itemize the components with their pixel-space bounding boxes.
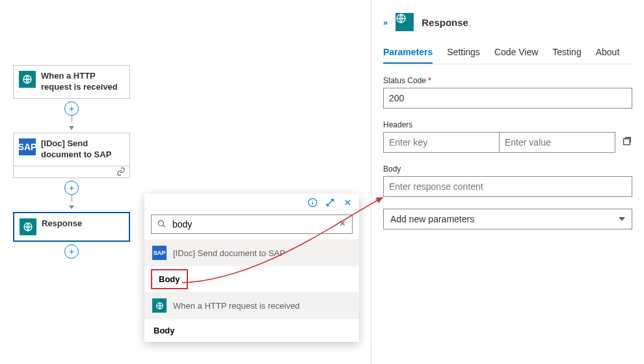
search-input[interactable]	[171, 218, 333, 230]
http-icon	[152, 298, 167, 313]
group-title: [IDoc] Send document to SAP	[173, 248, 286, 258]
close-icon[interactable]	[343, 198, 353, 209]
status-code-input[interactable]	[383, 88, 632, 109]
status-code-label: Status Code*	[383, 76, 632, 85]
token-group-header-sap[interactable]: SAP [IDoc] Send document to SAP	[144, 239, 359, 266]
connector: +	[13, 242, 130, 261]
connector: +	[13, 99, 130, 133]
node-sap-send[interactable]: SAP [IDoc] Send document to SAP	[13, 133, 130, 166]
connector: +	[13, 178, 130, 212]
add-step-button[interactable]: +	[64, 181, 79, 195]
headers-label: Headers	[383, 120, 632, 129]
details-panel: » Response Parameters Settings Code View…	[371, 0, 644, 364]
node-label: Response	[42, 218, 82, 229]
sap-icon: SAP	[19, 138, 36, 155]
expand-icon[interactable]	[325, 198, 335, 209]
add-step-button[interactable]: +	[64, 101, 79, 116]
token-search[interactable]	[151, 214, 353, 234]
header-key-input[interactable]	[383, 132, 500, 153]
sap-icon: SAP	[152, 246, 167, 260]
node-label: When a HTTP request is received	[41, 71, 124, 93]
svg-point-3	[158, 220, 163, 226]
clear-icon[interactable]	[338, 219, 347, 229]
body-input[interactable]	[383, 176, 632, 197]
tab-settings[interactable]: Settings	[447, 43, 480, 64]
tab-testing[interactable]: Testing	[552, 43, 581, 64]
http-icon	[19, 71, 36, 88]
search-icon	[157, 219, 166, 230]
link-icon	[116, 167, 126, 176]
node-connection-indicator[interactable]	[13, 166, 130, 178]
workflow-canvas: When a HTTP request is received + SAP [I…	[13, 65, 130, 261]
add-step-button[interactable]: +	[64, 244, 79, 259]
add-parameters-select[interactable]: Add new parameters	[383, 209, 632, 229]
select-label: Add new parameters	[390, 214, 474, 224]
panel-title: Response	[422, 17, 468, 28]
token-picker: SAP [IDoc] Send document to SAP Body Whe…	[144, 194, 359, 342]
token-group-header-http[interactable]: When a HTTP request is received	[144, 292, 359, 319]
header-value-input[interactable]	[500, 132, 615, 153]
node-label: [IDoc] Send document to SAP	[41, 138, 124, 161]
group-title: When a HTTP request is received	[173, 301, 300, 311]
response-icon	[20, 218, 36, 235]
response-icon	[396, 13, 414, 31]
info-icon[interactable]	[308, 198, 317, 209]
chevron-down-icon	[619, 217, 625, 221]
svg-rect-6	[624, 138, 630, 144]
switch-mode-icon[interactable]	[622, 136, 632, 149]
collapse-icon[interactable]: »	[383, 18, 388, 27]
body-label: Body	[383, 164, 632, 174]
token-body-sap[interactable]: Body	[151, 269, 188, 289]
tab-about[interactable]: About	[596, 43, 620, 64]
token-body-http[interactable]: Body	[144, 319, 359, 342]
tab-parameters[interactable]: Parameters	[383, 43, 433, 64]
node-http-trigger[interactable]: When a HTTP request is received	[13, 65, 130, 99]
panel-tabs: Parameters Settings Code View Testing Ab…	[383, 43, 632, 64]
tab-code-view[interactable]: Code View	[494, 43, 538, 64]
node-response[interactable]: Response	[13, 212, 130, 242]
